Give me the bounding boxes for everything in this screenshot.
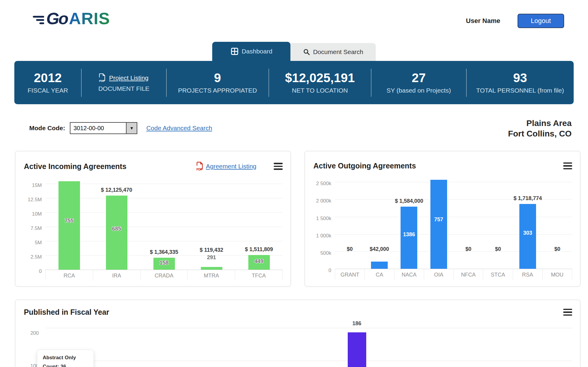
logout-button[interactable]: Logout — [518, 14, 564, 28]
stat-net-to-location: $12,025,191 NET TO LOCATION — [269, 71, 371, 94]
incoming-chart-menu-icon[interactable] — [274, 163, 283, 170]
x-category-label: MOU — [542, 269, 572, 280]
goaris-logo: Go ARIS — [33, 10, 110, 27]
tab-document-search[interactable]: Document Search — [290, 43, 376, 61]
y-tick-label: 2.5M — [30, 254, 42, 260]
x-category-label: RSA — [513, 269, 542, 280]
dashboard-main: Active Incoming Agreements PDF Agreement… — [0, 151, 588, 367]
incoming-agreements-chart: 15M12.5M10M7.5M5M2.5M0 755$ 12,125,47068… — [24, 180, 283, 280]
x-category-label: NACA — [394, 269, 424, 280]
bar-naca[interactable] — [401, 207, 417, 269]
x-category-label: CRADA — [140, 270, 188, 280]
bar-slot-tfca: $ 1,511,809449 — [235, 180, 283, 270]
y-tick-label: 2 000k — [316, 198, 331, 204]
x-category-label: OIA — [424, 269, 453, 280]
bar-slot-grant: $00 — [335, 179, 364, 269]
count-label: 27 — [543, 254, 572, 260]
bar-published[interactable] — [348, 332, 366, 367]
gridline — [335, 269, 572, 269]
amount-label: $ 1,511,809 — [223, 246, 295, 253]
filter-row: Mode Code: 3012-00-00 ▼ Code Advanced Se… — [29, 118, 572, 139]
x-category-label: IRA — [93, 270, 140, 280]
x-category-label: MTRA — [187, 270, 235, 280]
published-card-title: Published in Fiscal Year — [24, 308, 109, 317]
outgoing-agreements-chart: 2 500k2 000k1 500k1 000k500k0 $00$42,000… — [313, 179, 572, 280]
sy-label: SY (based on Projects) — [387, 87, 451, 94]
y-tick-label: 100 — [24, 363, 39, 367]
stat-projects-appropriated: 9 PROJECTS APPROPIATED — [167, 71, 269, 94]
published-plot-area: 186 — [46, 318, 572, 367]
project-listing-link[interactable]: Project Listing — [109, 74, 148, 82]
bar-slot-mtra: $ 119,432291 — [188, 180, 235, 270]
count-label: 186 — [348, 320, 366, 327]
logo-text-go: Go — [46, 10, 68, 27]
bar-slot-nfca: $0301 — [454, 179, 483, 269]
stat-sy: 27 SY (based on Projects) — [371, 71, 466, 94]
personnel-label: TOTAL PERSONNEL (from file) — [476, 87, 564, 94]
outgoing-chart-menu-icon[interactable] — [563, 162, 572, 170]
search-icon — [303, 48, 310, 56]
bar-mtra[interactable] — [201, 267, 222, 270]
main-tabs: Dashboard Document Search — [0, 42, 588, 61]
bar-rca[interactable] — [59, 181, 80, 270]
tab-dashboard-label: Dashboard — [242, 48, 273, 55]
bar-slot-stca: $094 — [483, 179, 513, 269]
x-category-label: TFCA — [235, 270, 283, 280]
incoming-agreements-card: Active Incoming Agreements PDF Agreement… — [15, 151, 291, 287]
count-label: 301 — [454, 254, 483, 260]
count-label: 298 — [364, 254, 394, 260]
x-category-label: RCA — [45, 270, 93, 280]
bar-rsa[interactable] — [519, 204, 536, 269]
count-label: 757 — [424, 216, 453, 223]
bar-slot-rca: 755 — [45, 180, 93, 270]
y-tick-label: 1 000k — [316, 233, 331, 239]
x-category-label: GRANT — [335, 269, 364, 280]
count-label: 303 — [513, 230, 542, 236]
y-tick-label: 1 500k — [316, 216, 331, 222]
mode-code-select[interactable]: 3012-00-00 ▼ — [70, 122, 137, 134]
bar-ira[interactable] — [106, 196, 127, 270]
location-block: Plains Area Fort Collins, CO — [508, 118, 572, 139]
count-label: 94 — [483, 254, 513, 260]
bar-slot-ca: $42,000298 — [364, 179, 394, 269]
incoming-card-title: Active Incoming Agreements — [24, 162, 127, 171]
count-label: 158 — [140, 260, 188, 266]
agreement-listing-link[interactable]: Agreement Listing — [206, 163, 256, 170]
published-fiscal-year-card: Published in Fiscal Year 200 100 186 Abs… — [15, 300, 581, 367]
projects-label: PROJECTS APPROPIATED — [178, 87, 257, 94]
tooltip-count: Count: 36 — [43, 364, 88, 367]
tooltip-title: Abstract Only — [43, 355, 88, 361]
outgoing-agreements-card: Active Outgoing Agreements 2 500k2 000k1… — [304, 151, 581, 287]
location-area: Plains Area — [508, 118, 572, 128]
chevron-down-icon[interactable]: ▼ — [126, 123, 137, 133]
bar-ca[interactable] — [371, 262, 388, 269]
bar-slot-mou: $027 — [543, 179, 572, 269]
dashboard-grid-icon — [230, 47, 239, 56]
y-tick-label: 0 — [39, 268, 42, 274]
count-label: 1386 — [394, 231, 424, 238]
x-category-label: NFCA — [453, 269, 483, 280]
count-label: 291 — [188, 254, 235, 261]
location-city: Fort Collins, CO — [508, 128, 572, 139]
fiscal-year-value: 2012 — [34, 71, 61, 85]
mode-code-value: 3012-00-00 — [70, 123, 126, 133]
projects-value: 9 — [214, 71, 221, 85]
svg-text:PDF: PDF — [196, 168, 202, 171]
code-advanced-search-link[interactable]: Code Advanced Search — [146, 125, 212, 132]
published-chart-menu-icon[interactable] — [563, 309, 572, 316]
gridline — [45, 270, 283, 270]
y-tick-label: 12.5M — [28, 197, 42, 203]
net-label: NET TO LOCATION — [292, 87, 348, 94]
personnel-value: 93 — [513, 71, 527, 85]
bar-slot-naca: $ 1,584,0001386 — [394, 179, 424, 269]
bar-oia[interactable] — [430, 180, 447, 269]
x-category-label: STCA — [483, 269, 512, 280]
count-label: 685 — [93, 226, 140, 232]
tab-dashboard[interactable]: Dashboard — [212, 42, 290, 61]
stat-total-personnel: 93 TOTAL PERSONNEL (from file) — [467, 71, 574, 94]
app-header: Go ARIS User Name Logout — [0, 0, 588, 31]
user-name: User Name — [466, 17, 500, 25]
count-label: 0 — [335, 254, 364, 260]
stat-fiscal-year: 2012 FISCAL YEAR — [14, 71, 81, 94]
count-label: 449 — [235, 258, 283, 265]
